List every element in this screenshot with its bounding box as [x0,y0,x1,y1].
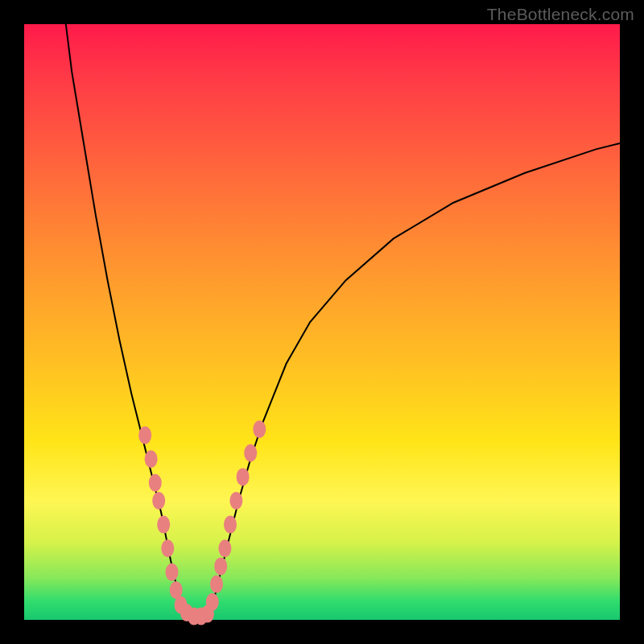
data-marker [161,539,174,557]
watermark-text: TheBottleneck.com [487,5,634,24]
data-marker [145,450,158,468]
curve-right-branch [208,143,620,614]
data-marker [152,492,165,510]
marker-group [138,420,266,625]
plot-area [24,24,620,620]
chart-frame: TheBottleneck.com [0,0,644,644]
curve-layer [24,24,620,620]
data-marker [166,564,179,581]
data-marker [157,516,170,534]
data-marker [149,474,162,492]
data-marker [253,420,266,438]
data-marker [224,516,237,534]
data-marker [218,539,231,557]
data-marker [206,593,219,611]
data-marker [138,427,151,444]
data-marker [210,576,223,593]
data-marker [237,468,250,485]
data-marker [214,557,227,575]
data-marker [229,492,242,510]
data-marker [244,444,257,462]
